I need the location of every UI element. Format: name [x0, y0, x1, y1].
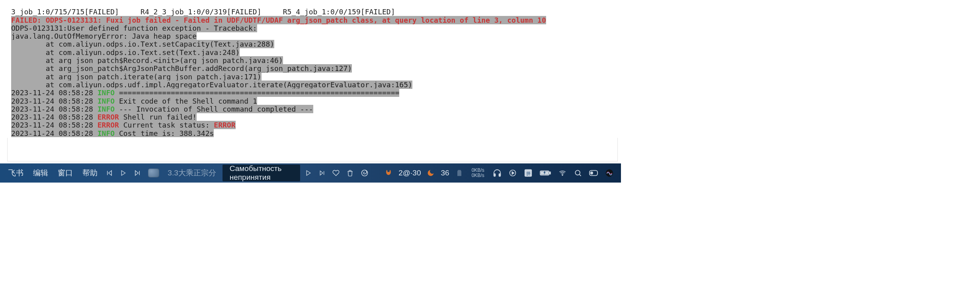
play-icon[interactable] [117, 170, 130, 176]
battery-icon[interactable] [536, 170, 554, 176]
oom-line: java.lang.OutOfMemoryError: Java heap sp… [11, 32, 197, 40]
info-tag-1: INFO [98, 88, 115, 97]
siri-icon[interactable] [601, 169, 617, 177]
invocation: --- Invocation of Shell command complete… [115, 105, 313, 113]
task-status-value: ERROR [214, 121, 235, 129]
stack-3: at arg_json_patch$ArgJsonPatchBuffer.add… [11, 64, 352, 73]
ts-1: 2023-11-24 08:58:28 [11, 88, 93, 97]
panel-border [7, 138, 618, 161]
svg-rect-4 [499, 174, 500, 176]
heart-icon[interactable] [329, 169, 343, 177]
info-tag-3: INFO [98, 105, 115, 113]
svg-rect-10 [549, 172, 551, 174]
jobs-status-line: 3_job_1:0/715/715[FAILED] R4_2_3_job_1:0… [11, 8, 395, 16]
wifi-icon[interactable] [554, 169, 570, 177]
svg-point-13 [575, 170, 580, 175]
record-icon[interactable] [505, 169, 520, 177]
task-status-prefix: Current task status: [119, 121, 214, 129]
next-track-icon[interactable] [130, 169, 144, 177]
lyrics-icon[interactable] [144, 169, 163, 177]
ts-3: 2023-11-24 08:58:28 [11, 105, 93, 113]
prev-track-icon[interactable] [102, 169, 117, 177]
ts-5: 2023-11-24 08:58:28 [11, 121, 93, 129]
net-rate-up: 0KB/s [472, 167, 484, 173]
stat-2[interactable]: 36 [438, 163, 451, 183]
cost-time: Cost time is: 388.342s [115, 129, 214, 138]
app-name[interactable]: 飞书 [4, 163, 28, 183]
stack-1: at com.aliyun.odps.io.Text.set(Text.java… [11, 48, 240, 57]
info-tag-4: INFO [98, 129, 115, 138]
system-taskbar: 飞书 编辑 窗口 帮助 3.3大乘正宗分 Самобытность неприн… [0, 163, 621, 183]
stack-5: at com.aliyun.odps.udf.impl.AggregatorEv… [11, 81, 412, 89]
divider: ========================================… [115, 88, 399, 97]
menu-help[interactable]: 帮助 [78, 163, 102, 183]
skip-icon[interactable] [315, 170, 329, 176]
play2-icon[interactable] [302, 170, 315, 176]
headphones-icon[interactable] [489, 169, 505, 177]
ts-6: 2023-11-24 08:58:28 [11, 129, 93, 138]
stack-2: at arg_json_patch$Record.<init>(arg_json… [11, 56, 283, 65]
ts-4: 2023-11-24 08:58:28 [11, 113, 93, 121]
stack-4: at arg_json_patch.iterate(arg_json_patch… [11, 73, 262, 81]
spiral-icon[interactable] [357, 169, 372, 177]
net-rate-dn: 0KB/s [472, 173, 484, 178]
svg-marker-1 [307, 171, 310, 175]
log-output: 3_job_1:0/715/715[FAILED] R4_2_3_job_1:0… [11, 0, 612, 140]
pinyin-icon[interactable]: 拼 [520, 169, 536, 177]
odps-exception-line: ODPS-0123131:User defined function excep… [11, 24, 257, 32]
svg-point-16 [590, 172, 593, 174]
svg-marker-0 [122, 171, 125, 175]
trash-icon[interactable] [343, 170, 357, 177]
bunny-icon[interactable] [381, 169, 396, 177]
error-tag-2: ERROR [98, 121, 119, 129]
control-center-icon[interactable] [586, 170, 601, 176]
stack-0: at com.aliyun.odps.io.Text.setCapacity(T… [11, 40, 274, 48]
svg-marker-6 [512, 172, 514, 175]
svg-point-12 [562, 175, 563, 175]
svg-line-14 [580, 175, 581, 176]
svg-rect-3 [494, 174, 495, 176]
info-tag-2: INFO [98, 97, 115, 105]
shell-failed: Shell run failed! [119, 113, 197, 121]
net-rate[interactable]: 0KB/s0KB/s [467, 163, 489, 183]
moon-icon[interactable] [423, 169, 438, 177]
svg-text:拼: 拼 [526, 171, 530, 176]
menu-edit[interactable]: 编辑 [28, 163, 53, 183]
stat-1[interactable]: 2@·30 [396, 163, 423, 183]
failed-line: FAILED: ODPS-0123131: Fuxi job failed - … [11, 16, 546, 24]
bag-icon[interactable] [452, 169, 467, 177]
ts-2: 2023-11-24 08:58:28 [11, 97, 93, 105]
exit-code: Exit code of the Shell command 1 [115, 97, 257, 105]
now-playing-title[interactable]: Самобытность непринятия [223, 165, 300, 181]
search-icon[interactable] [570, 169, 586, 177]
menu-window[interactable]: 窗口 [53, 163, 78, 183]
track-hint[interactable]: 3.3大乘正宗分 [163, 163, 221, 183]
error-tag-1: ERROR [98, 113, 119, 121]
